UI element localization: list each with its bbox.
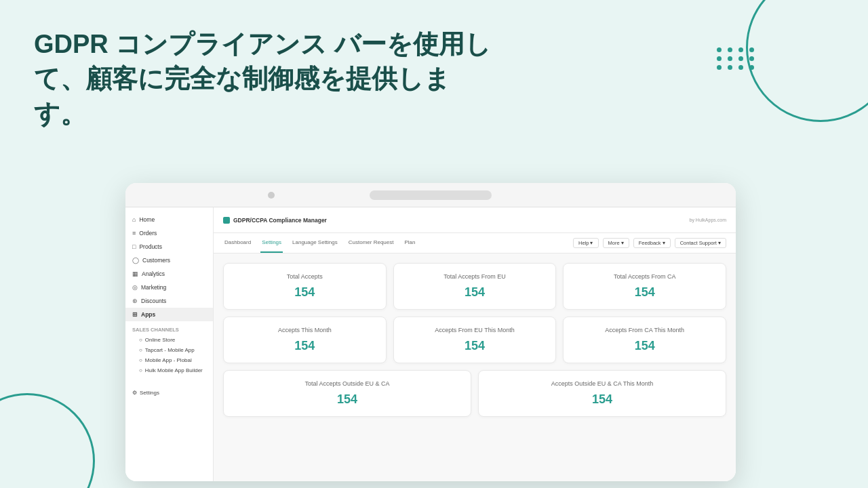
stat-label-total-accepts-eu: Total Accepts From EU [403, 273, 547, 280]
stat-label-total-accepts-ca: Total Accepts From CA [573, 273, 716, 280]
sidebar-section-sales: Sales channels [125, 321, 213, 335]
sidebar-label-products: Products [139, 243, 162, 250]
stat-label-total-outside: Total Accepts Outside EU & CA [233, 380, 461, 387]
hero-text: GDPR コンプライアンス バーを使用して、顧客に完全な制御感を提供します。 [34, 27, 495, 131]
sidebar-item-products[interactable]: □ Products [125, 240, 213, 253]
sidebar-settings-label: Settings [140, 390, 159, 396]
settings-icon: ⚙ [132, 390, 137, 396]
brand-dot [223, 217, 230, 224]
browser-window: ⌂ Home ≡ Orders □ Products ◯ Customers ▦… [125, 183, 736, 481]
sidebar-item-home[interactable]: ⌂ Home [125, 213, 213, 226]
sidebar-item-apps[interactable]: ⊞ Apps [125, 308, 213, 321]
home-icon: ⌂ [132, 216, 136, 223]
discounts-icon: ⊛ [132, 298, 138, 304]
app-brand: GDPR/CCPA Compliance Manager [223, 217, 690, 224]
stat-total-accepts-ca: Total Accepts From CA 154 [563, 263, 726, 310]
stat-label-accepts-month: Accepts This Month [233, 327, 376, 333]
tab-dashboard[interactable]: Dashboard [223, 233, 252, 253]
tapcart-icon: ○ [139, 347, 142, 353]
more-button[interactable]: More ▾ [603, 238, 629, 248]
sidebar-item-discounts[interactable]: ⊛ Discounts [125, 294, 213, 308]
stat-accepts-this-month: Accepts This Month 154 [223, 317, 387, 363]
top-bar: GDPR/CCPA Compliance Manager by HulkApps… [214, 207, 736, 233]
stat-total-accepts-eu: Total Accepts From EU 154 [393, 263, 557, 310]
online-store-icon: ○ [139, 337, 142, 343]
stat-value-total-accepts-ca: 154 [573, 285, 716, 300]
sidebar-label-analytics: Analytics [142, 270, 165, 277]
sidebar-label-orders: Orders [139, 230, 157, 237]
help-button[interactable]: Help ▾ [573, 238, 599, 248]
bg-circle-top-right [746, 0, 868, 122]
sidebar-label-marketing: Marketing [141, 284, 166, 291]
stat-outside-eu-ca-month: Accepts Outside EU & CA This Month 154 [478, 370, 726, 417]
sidebar-item-orders[interactable]: ≡ Orders [125, 226, 213, 240]
main-content: GDPR/CCPA Compliance Manager by HulkApps… [214, 207, 736, 481]
marketing-icon: ◎ [132, 284, 138, 291]
stat-value-total-accepts-eu: 154 [403, 285, 547, 300]
plobal-icon: ○ [139, 357, 142, 363]
orders-icon: ≡ [132, 230, 136, 237]
browser-address-bar [370, 190, 492, 200]
stat-total-accepts: Total Accepts 154 [223, 263, 387, 310]
stat-value-accepts-eu-month: 154 [403, 339, 547, 353]
app-title: GDPR/CCPA Compliance Manager [233, 217, 327, 224]
stat-label-total-accepts: Total Accepts [233, 273, 376, 280]
sidebar-sub-plobal[interactable]: ○ Mobile App - Plobal [125, 355, 213, 365]
by-hulkapp: by HulkApps.com [690, 218, 726, 222]
tab-plan[interactable]: Plan [403, 233, 416, 253]
sidebar: ⌂ Home ≡ Orders □ Products ◯ Customers ▦… [125, 207, 214, 481]
sidebar-sub-online-store[interactable]: ○ Online Store [125, 335, 213, 345]
stat-value-accepts-month: 154 [233, 339, 376, 353]
apps-icon: ⊞ [132, 311, 138, 318]
browser-chrome [125, 183, 736, 207]
customers-icon: ◯ [132, 257, 139, 264]
sidebar-label-home: Home [139, 216, 155, 223]
sidebar-label-discounts: Discounts [141, 298, 166, 304]
sidebar-item-customers[interactable]: ◯ Customers [125, 253, 213, 267]
dot-grid [717, 47, 756, 70]
nav-tabs: Dashboard Settings Language Settings Cus… [214, 233, 736, 253]
hulk-icon: ○ [139, 367, 142, 373]
stat-value-accepts-ca-month: 154 [573, 339, 716, 353]
sidebar-label-apps: Apps [141, 311, 155, 318]
nav-actions: Help ▾ More ▾ Feedback ▾ Contact Support… [573, 238, 726, 248]
stat-total-outside-eu-ca: Total Accepts Outside EU & CA 154 [223, 370, 471, 417]
bg-circle-bottom-left [0, 393, 95, 488]
stats-area: Total Accepts 154 Total Accepts From EU … [214, 253, 736, 481]
sidebar-sub-hulk[interactable]: ○ Hulk Mobile App Builder [125, 365, 213, 375]
analytics-icon: ▦ [132, 270, 138, 277]
sidebar-item-analytics[interactable]: ▦ Analytics [125, 267, 213, 281]
sidebar-item-marketing[interactable]: ◎ Marketing [125, 281, 213, 294]
stat-value-total-accepts: 154 [233, 285, 376, 300]
tab-customer-request[interactable]: Customer Request [347, 233, 395, 253]
stats-row-1: Total Accepts 154 Total Accepts From EU … [223, 263, 726, 310]
browser-dot [268, 192, 275, 199]
stat-label-accepts-eu-month: Accepts From EU This Month [403, 327, 547, 333]
sidebar-label-customers: Customers [142, 257, 170, 264]
contact-support-button[interactable]: Contact Support ▾ [675, 238, 726, 248]
feedback-button[interactable]: Feedback ▾ [633, 238, 671, 248]
stat-value-outside-month: 154 [488, 392, 716, 407]
stats-row-3: Total Accepts Outside EU & CA 154 Accept… [223, 370, 726, 417]
sidebar-settings[interactable]: ⚙ Settings [125, 386, 213, 399]
app-container: ⌂ Home ≡ Orders □ Products ◯ Customers ▦… [125, 207, 736, 481]
stats-row-2: Accepts This Month 154 Accepts From EU T… [223, 317, 726, 363]
products-icon: □ [132, 243, 136, 250]
stat-accepts-eu-month: Accepts From EU This Month 154 [393, 317, 557, 363]
stat-label-outside-month: Accepts Outside EU & CA This Month [488, 380, 716, 387]
stat-label-accepts-ca-month: Accepts From CA This Month [573, 327, 716, 333]
sidebar-sub-tapcart[interactable]: ○ Tapcart - Mobile App [125, 345, 213, 355]
tab-language-settings[interactable]: Language Settings [291, 233, 339, 253]
tab-settings[interactable]: Settings [260, 233, 283, 253]
stat-accepts-ca-month: Accepts From CA This Month 154 [563, 317, 726, 363]
stat-value-total-outside: 154 [233, 392, 461, 407]
